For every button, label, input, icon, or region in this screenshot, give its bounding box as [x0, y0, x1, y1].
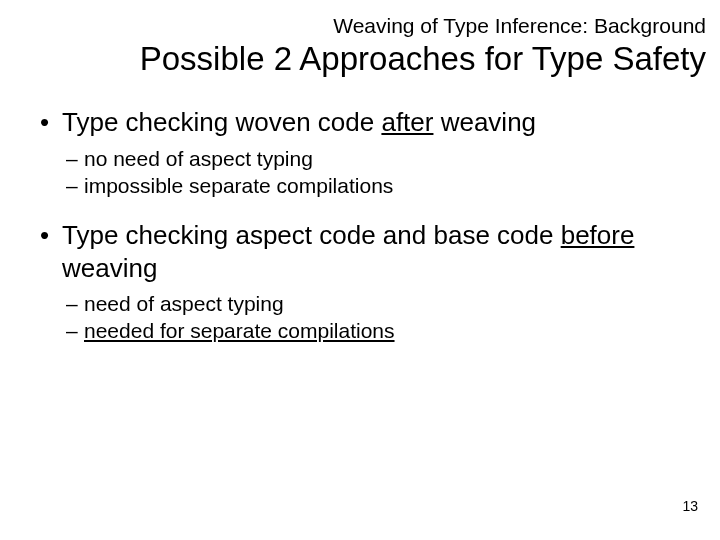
bullet-2-post: weaving: [62, 253, 157, 283]
bullet-2: Type checking aspect code and base code …: [40, 219, 706, 284]
sub-item: no need of aspect typing: [66, 145, 706, 172]
sub-item: needed for separate compilations: [66, 317, 706, 344]
bullet-1-pre: Type checking woven code: [62, 107, 381, 137]
section-label: Weaving of Type Inference: Background: [14, 14, 706, 38]
sub-item: need of aspect typing: [66, 290, 706, 317]
sub-item: impossible separate compilations: [66, 172, 706, 199]
page-title: Possible 2 Approaches for Type Safety: [14, 40, 706, 78]
bullet-2-pre: Type checking aspect code and base code: [62, 220, 561, 250]
bullet-1-sub: no need of aspect typing impossible sepa…: [40, 145, 706, 200]
sub-item-text: no need of aspect typing: [84, 147, 313, 170]
page-number: 13: [682, 498, 698, 514]
bullet-2-underline: before: [561, 220, 635, 250]
bullet-1: Type checking woven code after weaving: [40, 106, 706, 139]
sub-item-text: needed for separate compilations: [84, 319, 395, 342]
bullet-list: Type checking woven code after weaving n…: [14, 106, 706, 345]
sub-item-text: impossible separate compilations: [84, 174, 393, 197]
bullet-2-sub: need of aspect typing needed for separat…: [40, 290, 706, 345]
sub-item-text: need of aspect typing: [84, 292, 284, 315]
bullet-1-post: weaving: [433, 107, 536, 137]
bullet-1-underline: after: [381, 107, 433, 137]
